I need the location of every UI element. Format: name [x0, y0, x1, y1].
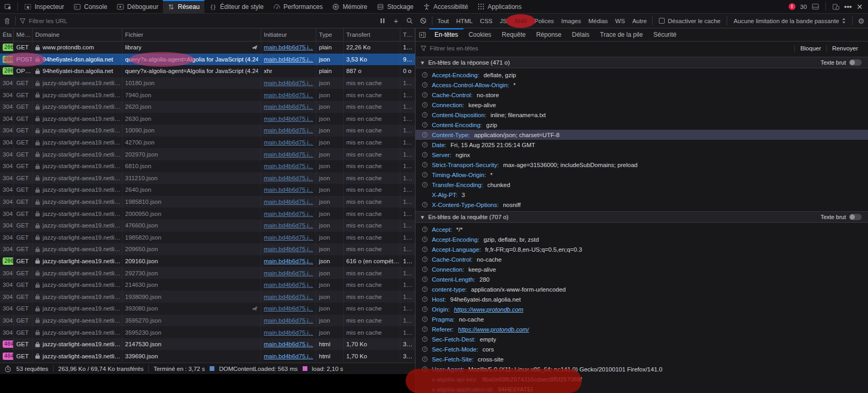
initiator-link[interactable]: main.bd4b6d75.j… [264, 127, 313, 133]
tab-applications[interactable]: Applications [473, 0, 526, 13]
initiator-link[interactable]: main.bd4b6d75.j… [264, 92, 313, 98]
tab-console[interactable]: Console [69, 0, 112, 13]
column-header-7[interactable]: T… [400, 28, 415, 41]
initiator-link[interactable]: main.bd4b6d75.j… [264, 294, 313, 300]
details-tab-trace-de-la-pile[interactable]: Trace de la pile [595, 28, 648, 41]
initiator-link[interactable]: main.bd4b6d75.j… [264, 305, 313, 312]
request-row[interactable]: 304 GET jazzy-starlight-aeea19.netli… 39… [0, 303, 415, 315]
request-row[interactable]: 304 GET jazzy-starlight-aeea19.netli… 35… [0, 315, 415, 327]
initiator-link[interactable]: main.bd4b6d75.j… [264, 163, 313, 169]
section-header[interactable]: ▼ En-têtes de la réponse (471 o) Texte b… [416, 57, 868, 68]
request-row[interactable]: 404 GET jazzy-starlight-aeea19.netli… 33… [0, 350, 415, 362]
header-row[interactable]: ? Accept-Language: fr,fr-FR;q=0.8,en-US;… [416, 244, 868, 254]
request-row[interactable]: 304 GET jazzy-starlight-aeea19.netli… 19… [0, 291, 415, 303]
request-row[interactable]: 304 GET jazzy-starlight-aeea19.netli… 42… [0, 137, 415, 149]
header-row[interactable]: ? Origin: https://www.protondb.com [416, 304, 868, 314]
filter-ws[interactable]: WS [612, 16, 629, 26]
filter-tout[interactable]: Tout [434, 16, 453, 26]
tab-inspector[interactable]: Inspecteur [19, 0, 69, 13]
column-header-6[interactable]: Transfert [344, 28, 400, 41]
request-row[interactable]: 304 GET jazzy-starlight-aeea19.netli… 29… [0, 267, 415, 279]
header-row[interactable]: ? Accept-Encoding: gzip, deflate, br, zs… [416, 234, 868, 244]
settings-button[interactable]: ⚙ [854, 15, 868, 27]
header-row[interactable]: ? Content-Disposition: inline; filename=… [416, 110, 868, 120]
filter-css[interactable]: CSS [477, 16, 497, 26]
request-row[interactable]: 200 GET jazzy-starlight-aeea19.netli… 20… [0, 255, 415, 267]
header-row[interactable]: ? Access-Control-Allow-Origin: * [416, 80, 868, 90]
filter-autre[interactable]: Autre [628, 16, 650, 26]
tab-style-editor[interactable]: {}Éditeur de style [204, 0, 268, 13]
header-row[interactable]: ? Sec-Fetch-Dest: empty [416, 334, 868, 344]
header-row[interactable]: ? Host: 94he6yatei-dsn.algolia.net [416, 294, 868, 304]
search-button[interactable] [403, 15, 417, 27]
initiator-link[interactable]: main.bd4b6d75.j… [264, 222, 313, 229]
column-header-1[interactable]: Mé… [14, 28, 33, 41]
header-value[interactable]: https://www.protondb.com/ [458, 326, 530, 333]
initiator-link[interactable]: main.bd4b6d75.j… [264, 44, 313, 50]
header-value[interactable]: https://www.protondb.com [454, 306, 523, 313]
pause-traffic-button[interactable] [376, 15, 389, 27]
header-row[interactable]: ? Timing-Allow-Origin: * [416, 170, 868, 180]
throttling-select[interactable]: Aucune limitation de la bande passante [729, 18, 851, 24]
request-row[interactable]: 404 GET jazzy-starlight-aeea19.netli… 21… [0, 338, 415, 350]
block-request-button[interactable] [417, 15, 430, 27]
tab-storage[interactable]: Stockage [372, 0, 418, 13]
header-row[interactable]: ? Accept-Encoding: deflate, gzip [416, 70, 868, 80]
error-badge-icon[interactable]: ! [789, 3, 795, 10]
clear-requests-button[interactable] [0, 15, 14, 27]
headers-filter-input[interactable] [430, 45, 791, 51]
request-row[interactable]: 304 GET jazzy-starlight-aeea19.netli… 35… [0, 326, 415, 338]
section-header[interactable]: ▼ En-têtes de la requête (707 o) Texte b… [416, 211, 868, 223]
split-console-icon[interactable] [812, 3, 819, 10]
request-row[interactable]: 304 GET jazzy-starlight-aeea19.netli… 31… [0, 172, 415, 184]
header-row[interactable]: ? Cache-Control: no-cache [416, 254, 868, 264]
request-row[interactable]: 304 GET jazzy-starlight-aeea19.netli… 26… [0, 101, 415, 113]
header-row[interactable]: ? Connection: keep-alive [416, 100, 868, 110]
header-row[interactable]: ? Content-Encoding: gzip [416, 120, 868, 130]
header-row[interactable]: ? User-Agent: Mozilla/5.0 (X11; Linux x8… [416, 364, 868, 374]
error-count[interactable]: 30 [800, 4, 807, 10]
tab-performance[interactable]: Performances [268, 0, 328, 13]
header-row[interactable]: ? Transfer-Encoding: chunked [416, 180, 868, 190]
details-tab-d-lais[interactable]: Délais [566, 28, 594, 41]
details-tab-en-t-tes[interactable]: En-têtes [429, 28, 463, 41]
initiator-link[interactable]: main.bd4b6d75.j… [264, 116, 313, 122]
request-row[interactable]: 304 GET jazzy-starlight-aeea19.netli… 20… [0, 243, 415, 255]
block-url-button[interactable]: Bloquer [795, 42, 826, 55]
column-header-0[interactable]: Éta [0, 28, 14, 41]
request-row[interactable]: 304 GET jazzy-starlight-aeea19.netli… 19… [0, 232, 415, 244]
header-row[interactable]: ? X-Content-Type-Options: nosniff [416, 200, 868, 210]
request-row[interactable]: 304 GET jazzy-starlight-aeea19.netli… 79… [0, 89, 415, 101]
filter-images[interactable]: Images [557, 16, 585, 26]
header-row[interactable]: ? Sec-Fetch-Site: cross-site [416, 354, 868, 364]
header-row[interactable]: ? content-type: application/x-www-form-u… [416, 284, 868, 294]
request-row[interactable]: 200 POST 94he6yatei-dsn.algolia.net quer… [0, 54, 415, 66]
url-filter-input[interactable] [29, 18, 376, 24]
request-row[interactable]: 304 GET jazzy-starlight-aeea19.netli… 21… [0, 279, 415, 291]
meatball-menu-icon[interactable]: ••• [844, 3, 852, 11]
header-row[interactable]: x-algolia-application-id: 94HE6YATEI [416, 384, 868, 393]
pick-element-button[interactable] [0, 0, 16, 13]
request-row[interactable]: 304 GET jazzy-starlight-aeea19.netli… 20… [0, 208, 415, 220]
tab-accessibility[interactable]: Accessibilité [418, 0, 473, 13]
initiator-link[interactable]: main.bd4b6d75.j… [264, 246, 313, 252]
raw-toggle-switch[interactable] [849, 214, 862, 220]
initiator-link[interactable]: main.bd4b6d75.j… [264, 80, 313, 86]
header-row[interactable]: ? Date: Fri, 15 Aug 2025 21:05:14 GMT [416, 140, 868, 150]
header-row[interactable]: ? Cache-Control: no-store [416, 90, 868, 100]
initiator-link[interactable]: main.bd4b6d75.j… [264, 175, 313, 181]
filter-html[interactable]: HTML [452, 16, 476, 26]
initiator-link[interactable]: main.bd4b6d75.j… [264, 282, 313, 288]
details-tab-cookies[interactable]: Cookies [463, 28, 497, 41]
initiator-link[interactable]: main.bd4b6d75.j… [264, 211, 313, 217]
tab-network[interactable]: Réseau [163, 0, 204, 13]
request-row[interactable]: 304 GET jazzy-starlight-aeea19.netli… 26… [0, 184, 415, 196]
request-row[interactable]: 304 GET jazzy-starlight-aeea19.netli… 19… [0, 196, 415, 208]
initiator-link[interactable]: main.bd4b6d75.j… [264, 199, 313, 205]
header-row[interactable]: ? Content-Length: 280 [416, 274, 868, 284]
column-header-2[interactable]: Domaine [33, 28, 122, 41]
details-tab-s-curit-[interactable]: Sécurité [648, 28, 681, 41]
close-icon[interactable]: ✕ [856, 3, 863, 11]
column-header-4[interactable]: Initiateur [261, 28, 316, 41]
header-row[interactable]: ? Server: nginx [416, 150, 868, 160]
